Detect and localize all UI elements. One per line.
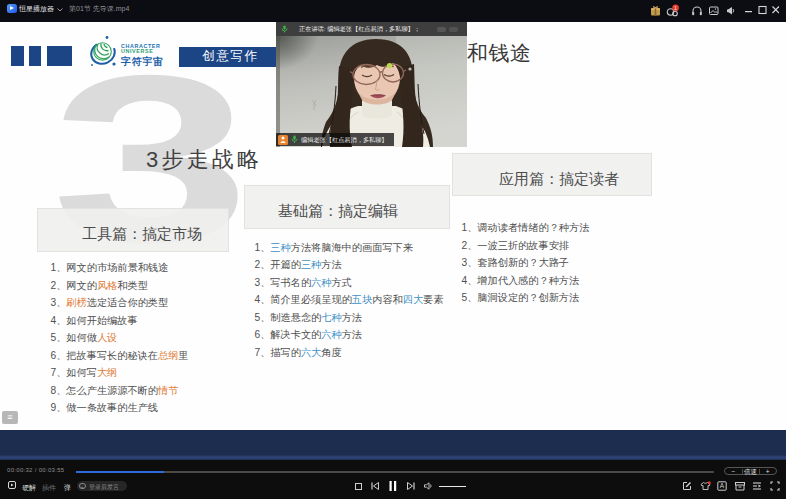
svg-text:A: A bbox=[720, 482, 725, 489]
